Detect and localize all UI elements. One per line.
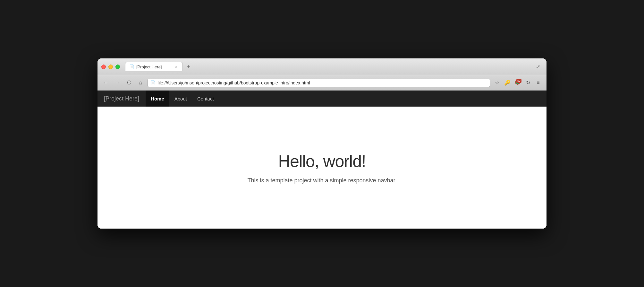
forward-button[interactable]: → [113,78,122,87]
navbar-brand[interactable]: [Project Here] [104,95,139,102]
tab-close-button[interactable]: × [174,64,179,69]
tab-page-icon: 📄 [129,64,134,69]
hero-subtitle: This is a template project with a simple… [247,177,396,184]
website-frame: [Project Here] Home About Contact Hello,… [97,91,547,229]
address-input-wrapper: 📄 [148,79,490,87]
key-button[interactable]: 🔑 [503,78,512,87]
nav-item-about[interactable]: About [169,91,192,107]
title-bar: 📄 [Project Here] × + ⤢ [97,58,547,75]
menu-button[interactable]: ≡ [534,78,543,87]
browser-window: 📄 [Project Here] × + ⤢ ← → C ⌂ 📄 ☆ 🔑 [97,58,547,229]
traffic-lights [101,65,120,69]
address-bar: ← → C ⌂ 📄 ☆ 🔑 17 ↻ ≡ [97,75,547,91]
cast-button[interactable]: ↻ [523,78,532,87]
active-tab[interactable]: 📄 [Project Here] × [125,62,183,71]
address-page-icon: 📄 [150,80,156,85]
toolbar-icons: ☆ 🔑 17 ↻ ≡ [493,78,543,87]
close-button[interactable] [101,65,106,69]
hero-section: Hello, world! This is a template project… [97,107,547,229]
maximize-button[interactable] [115,65,120,69]
home-button[interactable]: ⌂ [136,78,145,87]
minimize-button[interactable] [108,65,113,69]
tab-title: [Project Here] [136,65,171,69]
address-input[interactable] [157,80,487,85]
star-button[interactable]: ☆ [493,78,502,87]
navbar-nav: Home About Contact [146,91,219,107]
tab-bar: 📄 [Project Here] × + [125,62,533,71]
new-tab-button[interactable]: + [184,62,193,71]
nav-item-contact[interactable]: Contact [192,91,219,107]
extension-button[interactable]: 17 [513,78,522,87]
hero-title: Hello, world! [278,152,366,171]
site-navbar: [Project Here] Home About Contact [97,91,547,107]
expand-button[interactable]: ⤢ [533,62,543,71]
nav-item-home[interactable]: Home [146,91,169,107]
extension-badge: 17 [516,79,521,83]
back-button[interactable]: ← [101,78,110,87]
reload-button[interactable]: C [124,78,133,87]
